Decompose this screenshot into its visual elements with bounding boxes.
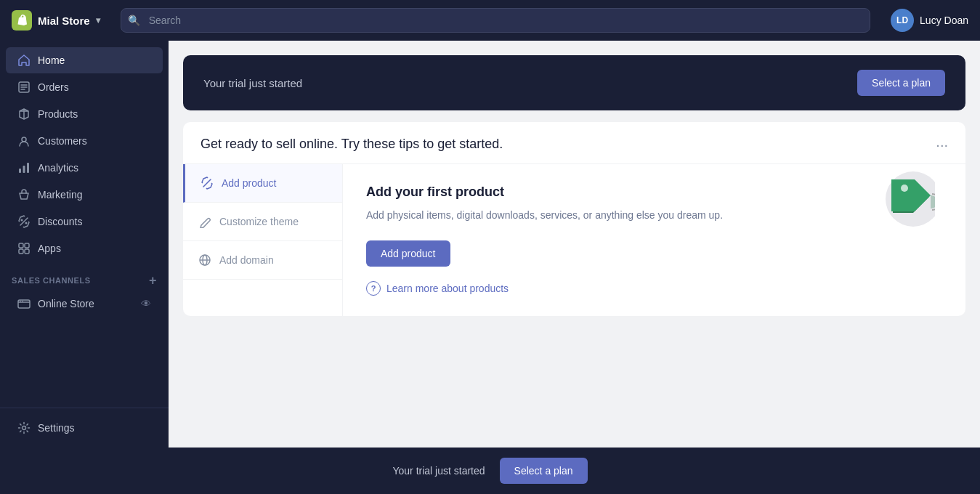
step-label-add-domain: Add domain: [219, 254, 274, 266]
svg-point-14: [23, 426, 26, 430]
svg-rect-2: [19, 169, 21, 173]
store-name: Mial Store: [38, 15, 90, 27]
avatar: LD: [891, 9, 914, 32]
user-menu[interactable]: LD Lucy Doan: [891, 9, 968, 32]
sidebar-item-marketing[interactable]: Marketing: [6, 182, 163, 208]
select-plan-button[interactable]: Select a plan: [857, 70, 945, 96]
orders-icon: [17, 81, 31, 94]
step-item-add-product[interactable]: Add product: [183, 164, 342, 203]
tips-title: Get ready to sell online. Try these tips…: [201, 137, 503, 152]
sidebar: Home Orders Products Customers Analytics…: [0, 41, 169, 448]
product-tag-icon: [877, 170, 935, 235]
steps-list: Add product Customize theme Add domain: [183, 164, 343, 316]
learn-more-icon: ?: [366, 281, 381, 296]
eye-icon: 👁: [141, 298, 151, 309]
main-content: Your trial just started Select a plan Ge…: [169, 41, 980, 448]
bottom-bar: Your trial just started Select a plan: [0, 448, 980, 494]
analytics-icon: [17, 161, 31, 174]
layout: Home Orders Products Customers Analytics…: [0, 41, 980, 448]
sidebar-item-label-orders: Orders: [38, 81, 69, 93]
step-icon-add-product: [200, 176, 214, 190]
sidebar-item-customers[interactable]: Customers: [6, 128, 163, 154]
bottom-select-plan-button[interactable]: Select a plan: [500, 458, 588, 484]
trial-banner-text: Your trial just started: [203, 77, 302, 89]
store-logo[interactable]: Mial Store ▾: [12, 10, 100, 31]
svg-rect-7: [19, 243, 23, 248]
sidebar-item-products[interactable]: Products: [6, 101, 163, 127]
tips-header: Get ready to sell online. Try these tips…: [183, 122, 965, 163]
svg-point-18: [901, 185, 908, 192]
home-icon: [17, 54, 31, 67]
tips-more-button[interactable]: ···: [936, 137, 948, 152]
step-item-customize-theme[interactable]: Customize theme: [183, 203, 342, 241]
shopify-icon: [12, 10, 32, 31]
svg-rect-3: [23, 166, 25, 173]
sidebar-item-label-discounts: Discounts: [38, 216, 82, 227]
user-name: Lucy Doan: [920, 15, 968, 26]
sidebar-item-label-home: Home: [38, 54, 65, 66]
sales-channels-title: SALES CHANNELS +: [12, 274, 157, 287]
learn-more-label: Learn more about products: [386, 283, 509, 294]
svg-rect-4: [27, 163, 29, 173]
learn-more-link[interactable]: ? Learn more about products: [366, 267, 942, 296]
trial-banner: Your trial just started Select a plan: [183, 55, 965, 110]
svg-point-5: [21, 219, 23, 222]
bottom-bar-text: Your trial just started: [392, 465, 485, 477]
sidebar-item-settings[interactable]: Settings: [6, 415, 163, 441]
svg-point-1: [22, 137, 26, 142]
sidebar-item-analytics[interactable]: Analytics: [6, 155, 163, 181]
add-product-button[interactable]: Add product: [366, 240, 450, 267]
customers-icon: [17, 134, 31, 147]
topbar: Mial Store ▾ 🔍 LD Lucy Doan: [0, 0, 980, 41]
search-bar: 🔍: [121, 8, 870, 33]
marketing-icon: [17, 188, 31, 201]
store-chevron-icon: ▾: [96, 15, 100, 25]
sidebar-bottom: Settings: [0, 408, 169, 442]
add-sales-channel-button[interactable]: +: [149, 274, 157, 287]
product-icon-area: [877, 170, 942, 235]
search-icon: 🔍: [128, 15, 140, 26]
sidebar-item-discounts[interactable]: Discounts: [6, 208, 163, 235]
step-label-customize-theme: Customize theme: [219, 216, 299, 227]
sidebar-item-apps[interactable]: Apps: [6, 235, 163, 262]
discounts-icon: [17, 215, 31, 228]
step-item-add-domain[interactable]: Add domain: [183, 241, 342, 280]
products-icon: [17, 108, 31, 121]
svg-point-6: [25, 222, 28, 224]
sales-channels-section: SALES CHANNELS +: [0, 262, 169, 290]
sidebar-item-home[interactable]: Home: [6, 47, 163, 73]
svg-rect-10: [25, 249, 29, 254]
sidebar-item-online-store[interactable]: Online Store 👁: [6, 291, 163, 317]
sidebar-item-label-customers: Customers: [38, 135, 87, 147]
step-icon-customize-theme: [198, 214, 212, 229]
tips-content: Add product Customize theme Add domain A…: [183, 163, 965, 316]
step-detail-title: Add your first product: [366, 185, 877, 200]
sidebar-item-label-analytics: Analytics: [38, 162, 78, 174]
step-detail-description: Add physical items, digital downloads, s…: [366, 207, 877, 223]
svg-rect-9: [19, 249, 23, 254]
sidebar-item-label-apps: Apps: [38, 243, 61, 254]
sidebar-item-label-marketing: Marketing: [38, 189, 82, 201]
sidebar-item-label-products: Products: [38, 108, 78, 120]
settings-icon: [17, 421, 31, 434]
sidebar-item-orders[interactable]: Orders: [6, 74, 163, 100]
svg-point-13: [22, 301, 23, 302]
step-label-add-product: Add product: [222, 177, 277, 189]
search-input[interactable]: [121, 8, 870, 33]
online-store-label: Online Store: [38, 298, 94, 309]
svg-point-12: [20, 301, 21, 302]
apps-icon: [17, 242, 31, 255]
step-detail: Add your first product Add physical item…: [343, 164, 965, 316]
settings-label: Settings: [38, 422, 75, 434]
step-icon-add-domain: [198, 253, 212, 267]
svg-rect-8: [25, 243, 29, 248]
online-store-icon: [17, 297, 31, 310]
tips-card: Get ready to sell online. Try these tips…: [183, 122, 965, 316]
